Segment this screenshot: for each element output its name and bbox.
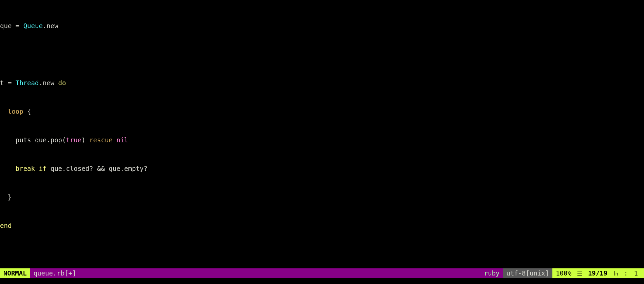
line-position: 19/19 — [585, 268, 611, 278]
code-buffer[interactable]: que = Queue.new t = Thread.new do loop {… — [0, 0, 644, 284]
code-line: break if que.closed? && que.empty? — [0, 164, 644, 173]
filetype-indicator: ruby — [481, 268, 503, 278]
percent-indicator: 100% — [552, 268, 575, 278]
code-line: loop { — [0, 107, 644, 116]
colon-separator: : — [621, 268, 630, 278]
column-position: 1 — [631, 268, 644, 278]
file-name: queue.rb[+] — [30, 268, 481, 278]
code-line: end — [0, 221, 644, 230]
code-line: que = Queue.new — [0, 21, 644, 31]
line-glyph-icon: ㏑ — [611, 268, 621, 278]
code-line: t = Thread.new do — [0, 78, 644, 88]
status-line: NORMAL queue.rb[+] ruby utf-8[unix] 100%… — [0, 268, 644, 278]
code-line: puts que.pop(true) rescue nil — [0, 135, 644, 145]
vim-editor[interactable]: que = Queue.new t = Thread.new do loop {… — [0, 0, 644, 284]
encoding-indicator: utf-8[unix] — [503, 268, 552, 278]
code-line: } — [0, 192, 644, 202]
command-line-area[interactable] — [0, 278, 644, 284]
code-line — [0, 249, 644, 259]
mode-indicator: NORMAL — [0, 268, 30, 278]
percent-glyph-icon: ☰ — [575, 268, 585, 278]
code-line — [0, 50, 644, 59]
